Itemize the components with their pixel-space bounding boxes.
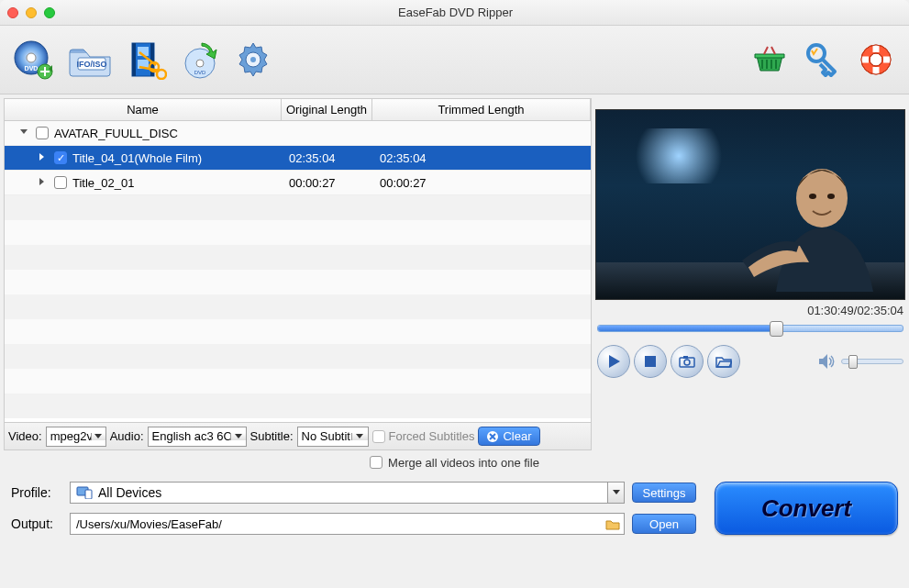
svg-point-1 (27, 53, 36, 62)
merge-checkbox[interactable] (370, 456, 382, 469)
title-row[interactable]: ✓ Title_04_01(Whole Film) 02:35:04 02:35… (5, 146, 591, 171)
svg-rect-32 (85, 490, 92, 499)
preferences-button[interactable] (231, 38, 275, 82)
title-bar: EaseFab DVD Ripper (0, 0, 909, 26)
svg-point-24 (796, 169, 848, 227)
title-row[interactable]: Title_02_01 00:00:27 00:00:27 (5, 171, 591, 195)
shopping-basket-icon (751, 41, 788, 78)
preview-video[interactable] (595, 109, 905, 300)
svg-text:DVD: DVD (194, 70, 206, 75)
col-header-original[interactable]: Original Length (282, 99, 372, 120)
open-snapshot-folder-button[interactable] (707, 345, 740, 378)
disc-row[interactable]: AVATAR_FUULL_DISC (5, 121, 591, 146)
subtitle-label: Subtitle: (250, 429, 294, 443)
key-icon (804, 41, 841, 78)
camera-icon (679, 355, 695, 368)
disclosure-triangle-icon[interactable] (38, 177, 49, 188)
col-header-name[interactable]: Name (5, 99, 282, 120)
speaker-icon (817, 353, 836, 370)
preview-panel: 01:30:49/02:35:04 (595, 98, 905, 450)
volume-thumb[interactable] (848, 355, 858, 369)
snapshot-button[interactable] (671, 345, 704, 378)
close-window-button[interactable] (7, 7, 18, 18)
stop-button[interactable] (634, 345, 667, 378)
buy-button[interactable] (748, 38, 792, 82)
svg-rect-30 (683, 356, 688, 359)
zoom-window-button[interactable] (44, 7, 55, 18)
forced-subtitles-label: Forced Subtitles (389, 429, 475, 443)
subtitle-select[interactable]: No Subtit (297, 427, 369, 447)
load-ifo-iso-button[interactable]: IFO/ISO (64, 38, 116, 82)
svg-rect-7 (132, 43, 136, 76)
disc-to-video-button[interactable]: DVD (178, 38, 222, 82)
register-button[interactable] (801, 38, 845, 82)
player-controls (595, 345, 905, 378)
dropdown-arrow-icon (91, 433, 105, 440)
help-button[interactable] (854, 38, 898, 82)
output-path-field[interactable]: /Users/xu/Movies/EaseFab/ (70, 513, 625, 535)
video-select[interactable]: mpeg2v (46, 427, 106, 447)
gear-icon (233, 39, 273, 80)
play-icon (606, 354, 621, 369)
stop-icon (644, 355, 657, 368)
profile-settings-button[interactable]: Settings (632, 483, 696, 503)
forced-subtitles-checkbox[interactable] (372, 430, 385, 443)
clear-x-icon (486, 430, 499, 443)
convert-button[interactable]: Convert (715, 482, 898, 535)
original-length: 00:00:27 (282, 176, 372, 190)
output-label: Output: (11, 516, 62, 531)
clear-button[interactable]: Clear (478, 427, 539, 446)
svg-point-14 (196, 60, 204, 67)
disclosure-triangle-icon[interactable] (38, 152, 49, 163)
disc-arrow-icon: DVD (180, 39, 220, 80)
folder-open-icon (715, 355, 732, 368)
checkbox[interactable] (36, 127, 49, 139)
profile-select[interactable]: All Devices (70, 482, 625, 504)
disclosure-triangle-icon[interactable] (19, 128, 30, 139)
audio-select[interactable]: English ac3 6C (148, 427, 247, 447)
original-length: 02:35:04 (282, 151, 372, 165)
table-header: Name Original Length Trimmed Length (5, 99, 591, 121)
bottom-panel: Profile: All Devices Settings Output: /U… (0, 474, 909, 557)
time-readout: 01:30:49/02:35:04 (595, 300, 905, 321)
folder-icon (605, 518, 620, 530)
play-button[interactable] (597, 345, 630, 378)
window-title: EaseFab DVD Ripper (55, 6, 856, 19)
trimmed-length: 02:35:04 (372, 151, 591, 165)
svg-rect-27 (645, 356, 656, 367)
disc-name: AVATAR_FUULL_DISC (54, 127, 178, 140)
title-name: Title_04_01(Whole Film) (72, 151, 202, 165)
dvd-plus-icon: DVD (13, 39, 53, 80)
film-scissors-icon (127, 39, 167, 80)
dropdown-arrow-icon (230, 433, 246, 440)
open-output-button[interactable]: Open (632, 514, 696, 534)
svg-point-17 (250, 57, 256, 62)
svg-text:IFO/ISO: IFO/ISO (76, 60, 106, 69)
title-list-panel: Name Original Length Trimmed Length AVAT… (4, 98, 592, 450)
stream-controls: Video: mpeg2v Audio: English ac3 6C Subt… (5, 422, 591, 449)
volume-slider[interactable] (841, 359, 903, 364)
seek-slider[interactable] (597, 325, 903, 332)
title-name: Title_02_01 (72, 176, 134, 190)
seek-thumb[interactable] (770, 321, 783, 337)
window-controls (7, 7, 55, 18)
trimmed-length: 00:00:27 (372, 176, 591, 190)
svg-point-26 (827, 194, 835, 199)
merge-row: Merge all videos into one file (0, 450, 909, 474)
minimize-window-button[interactable] (26, 7, 37, 18)
svg-point-29 (684, 360, 690, 365)
video-frame-content (721, 154, 886, 292)
merge-label: Merge all videos into one file (388, 456, 539, 470)
dropdown-arrow-icon (607, 483, 624, 503)
devices-icon (76, 486, 93, 499)
svg-point-25 (809, 194, 816, 199)
col-header-trimmed[interactable]: Trimmed Length (372, 99, 591, 120)
edit-video-button[interactable] (125, 38, 169, 82)
checkbox[interactable]: ✓ (54, 151, 67, 164)
svg-text:DVD: DVD (25, 65, 39, 72)
checkbox[interactable] (54, 176, 67, 189)
table-body: AVATAR_FUULL_DISC ✓ Title_04_01(Whole Fi… (5, 121, 591, 422)
load-dvd-button[interactable]: DVD (11, 38, 55, 82)
main-area: Name Original Length Trimmed Length AVAT… (0, 94, 909, 450)
lifebuoy-icon (858, 41, 894, 78)
